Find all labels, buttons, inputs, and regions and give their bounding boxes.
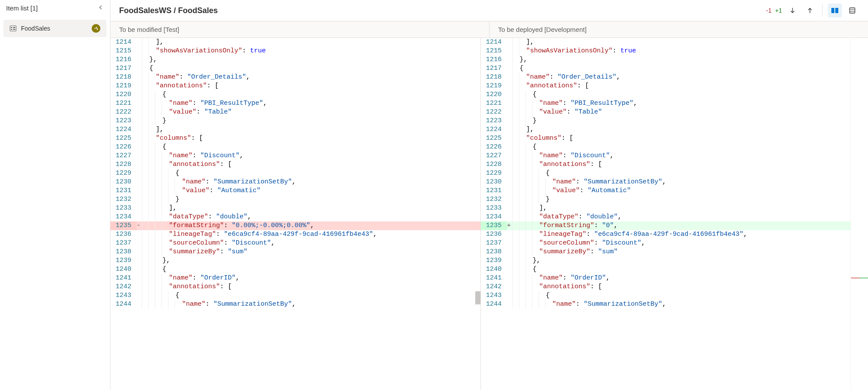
code-content: ],	[539, 204, 851, 213]
code-line[interactable]: 1243 {	[110, 291, 480, 300]
diff-marker	[137, 300, 142, 309]
collapse-sidebar-icon[interactable]	[98, 4, 104, 12]
code-line[interactable]: 1226 {	[481, 143, 851, 152]
code-line[interactable]: 1221 "name": "PBI_ResultType",	[481, 99, 851, 108]
code-line[interactable]: 1224 ],	[110, 125, 480, 134]
code-line[interactable]: 1241 "name": "OrderID",	[481, 274, 851, 283]
code-line[interactable]: 1233 ],	[481, 204, 851, 213]
code-line[interactable]: 1228 "annotations": [	[110, 160, 480, 169]
code-line[interactable]: 1217 {	[481, 64, 851, 73]
code-line[interactable]: 1235+"formatString": "0",	[481, 221, 851, 230]
code-line[interactable]: 1237 "sourceColumn": "Discount",	[481, 239, 851, 248]
code-content: {	[532, 143, 851, 152]
code-line[interactable]: 1229 {	[481, 169, 851, 178]
sidebar-title: Item list [1]	[6, 4, 38, 12]
code-line[interactable]: 1218 "name": "Order_Details",	[110, 73, 480, 82]
code-line[interactable]: 1235-"formatString": "0.00%;-0.00%;0.00%…	[110, 221, 480, 230]
code-line[interactable]: 1231 "value": "Automatic"	[481, 186, 851, 195]
code-line[interactable]: 1242 "annotations": [	[481, 283, 851, 291]
code-line[interactable]: 1222 "value": "Table"	[481, 108, 851, 117]
code-line[interactable]: 1214 ],	[110, 38, 480, 47]
line-number: 1231	[481, 186, 507, 195]
code-line[interactable]: 1223 }	[110, 117, 480, 125]
code-line[interactable]: 1243 {	[481, 291, 851, 300]
left-code-pane[interactable]: 1214 ],1215 "showAsVariationsOnly": true…	[110, 38, 481, 390]
code-line[interactable]: 1238 "summarizeBy": "sum"	[110, 248, 480, 256]
code-line[interactable]: 1227 "name": "Discount",	[110, 152, 480, 160]
code-line[interactable]: 1234 "dataType": "double",	[110, 213, 480, 221]
code-line[interactable]: 1230 "name": "SummarizationSetBy",	[481, 178, 851, 186]
line-number: 1240	[110, 265, 137, 274]
code-line[interactable]: 1218 "name": "Order_Details",	[481, 73, 851, 82]
code-line[interactable]: 1239 },	[110, 256, 480, 265]
code-line[interactable]: 1240 {	[110, 265, 480, 274]
code-line[interactable]: 1217 {	[110, 64, 480, 73]
code-line[interactable]: 1225 "columns": [	[481, 134, 851, 143]
code-line[interactable]: 1236 "lineageTag": "e6ca9cf4-89aa-429f-9…	[481, 230, 851, 239]
code-content: "annotations": [	[539, 283, 851, 291]
code-line[interactable]: 1230 "name": "SummarizationSetBy",	[110, 178, 480, 186]
code-line[interactable]: 1226 {	[110, 143, 480, 152]
code-line[interactable]: 1222 "value": "Table"	[110, 108, 480, 117]
code-line[interactable]: 1221 "name": "PBI_ResultType",	[110, 99, 480, 108]
code-line[interactable]: 1244 "name": "SummarizationSetBy",	[481, 300, 851, 309]
code-line[interactable]: 1232 }	[110, 195, 480, 204]
code-line[interactable]: 1237 "sourceColumn": "Discount",	[110, 239, 480, 248]
code-line[interactable]: 1239 },	[481, 256, 851, 265]
svg-rect-4	[13, 29, 15, 30]
code-line[interactable]: 1225 "columns": [	[110, 134, 480, 143]
code-line[interactable]: 1220 {	[481, 90, 851, 99]
code-line[interactable]: 1236 "lineageTag": "e6ca9cf4-89aa-429f-9…	[110, 230, 480, 239]
code-line[interactable]: 1228 "annotations": [	[481, 160, 851, 169]
code-content: {	[175, 169, 480, 178]
code-line[interactable]: 1242 "annotations": [	[110, 283, 480, 291]
code-line[interactable]: 1223 }	[481, 117, 851, 125]
code-line[interactable]: 1216 },	[481, 55, 851, 64]
scrollbar-thumb[interactable]	[475, 291, 480, 304]
code-content: }	[175, 195, 480, 204]
code-line[interactable]: 1241 "name": "OrderID",	[110, 274, 480, 283]
diff-viewer[interactable]: 1214 ],1215 "showAsVariationsOnly": true…	[110, 38, 868, 390]
code-line[interactable]: 1229 {	[110, 169, 480, 178]
code-line[interactable]: 1216 },	[110, 55, 480, 64]
code-line[interactable]: 1219 "annotations": [	[110, 82, 480, 90]
code-content: "columns": [	[525, 134, 851, 143]
right-code-pane[interactable]: 1214 ],1215 "showAsVariationsOnly": true…	[481, 38, 851, 390]
code-line[interactable]: 1224 ],	[481, 125, 851, 134]
side-by-side-view-button[interactable]	[828, 3, 842, 17]
code-line[interactable]: 1220 {	[110, 90, 480, 99]
diff-marker	[137, 134, 142, 143]
line-number: 1216	[481, 55, 507, 64]
code-line[interactable]: 1215 "showAsVariationsOnly": true	[110, 47, 480, 55]
diff-minimap[interactable]	[851, 38, 868, 390]
svg-rect-6	[835, 8, 838, 13]
code-content: "dataType": "double",	[539, 213, 851, 221]
code-content: "summarizeBy": "sum"	[539, 248, 851, 256]
minimap-removed-marker	[851, 277, 860, 279]
code-line[interactable]: 1234 "dataType": "double",	[481, 213, 851, 221]
left-pane-header: To be modified [Test]	[110, 21, 490, 38]
code-line[interactable]: 1214 ],	[481, 38, 851, 47]
inline-view-button[interactable]	[845, 3, 859, 17]
code-line[interactable]: 1240 {	[481, 265, 851, 274]
line-number: 1236	[481, 230, 507, 239]
line-number: 1243	[110, 291, 137, 300]
sidebar-item-foodsales[interactable]: FoodSales	[3, 20, 106, 37]
code-line[interactable]: 1244 "name": "SummarizationSetBy",	[110, 300, 480, 309]
code-content: }	[532, 117, 851, 125]
code-line[interactable]: 1238 "summarizeBy": "sum"	[481, 248, 851, 256]
line-number: 1238	[110, 248, 137, 256]
code-line[interactable]: 1232 }	[481, 195, 851, 204]
diff-marker	[137, 283, 142, 291]
code-line[interactable]: 1219 "annotations": [	[481, 82, 851, 90]
next-diff-button[interactable]	[786, 3, 799, 17]
diff-marker	[137, 239, 142, 248]
prev-diff-button[interactable]	[803, 3, 817, 17]
diff-marker	[507, 64, 512, 73]
code-line[interactable]: 1227 "name": "Discount",	[481, 152, 851, 160]
code-line[interactable]: 1233 ],	[110, 204, 480, 213]
code-line[interactable]: 1231 "value": "Automatic"	[110, 186, 480, 195]
diff-marker	[137, 230, 142, 239]
code-line[interactable]: 1215 "showAsVariationsOnly": true	[481, 47, 851, 55]
svg-rect-1	[11, 27, 12, 28]
